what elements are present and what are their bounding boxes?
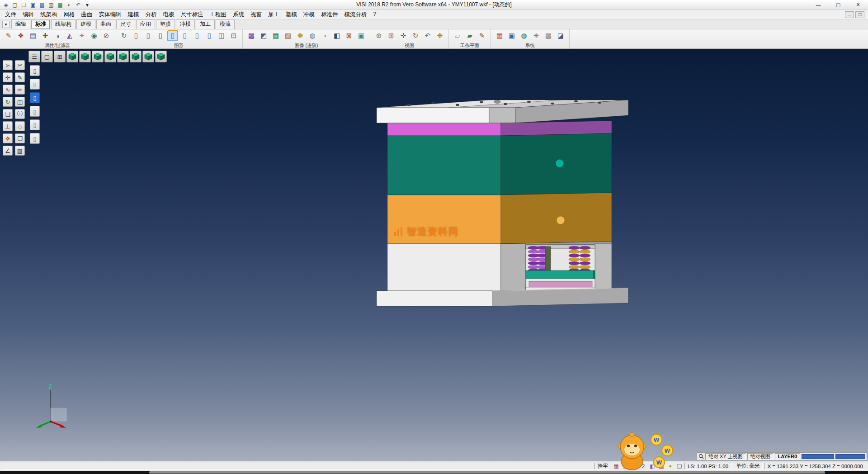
multi-view-icon[interactable]: ⊞ [54, 51, 66, 62]
blank-view-icon[interactable]: ▢ [41, 51, 53, 62]
transparency-icon[interactable]: ◔ [319, 30, 330, 41]
menu-item[interactable]: 实体编辑 [96, 10, 125, 19]
view-nw-iso-icon[interactable] [104, 51, 116, 62]
ribbon-tab[interactable]: 模流 [216, 19, 235, 29]
textures-icon[interactable]: ▨ [283, 30, 293, 41]
show-dims-icon[interactable]: ▯ [30, 119, 40, 130]
active-layer-label[interactable]: LAYER0 [775, 453, 800, 460]
rotate-tool-icon[interactable]: ↻ [3, 97, 13, 107]
child-restore-button[interactable]: ❐ [855, 11, 864, 18]
redraw-icon[interactable]: ↻ [118, 30, 129, 41]
ribbon-tab[interactable]: 尺寸 [116, 19, 135, 29]
undo-icon[interactable]: ↶ [74, 1, 82, 9]
curve-tools-icon[interactable]: ∿ [3, 85, 13, 95]
child-minimize-button[interactable]: — [845, 11, 854, 18]
perspective-icon[interactable]: ◪ [555, 30, 566, 41]
ribbon-tab[interactable]: 冲模 [176, 19, 195, 29]
shaded-display-icon[interactable]: ▯ [167, 30, 178, 41]
element-filter-icon[interactable]: ✚ [40, 30, 51, 41]
new-file-icon[interactable]: ▢ [11, 1, 19, 9]
snap-toggle[interactable]: 拴牢 [594, 463, 611, 469]
highlight-filter-icon[interactable]: ✦ [76, 30, 87, 41]
dashed-hidden-display-icon[interactable]: ▯ [155, 30, 166, 41]
globe-icon[interactable]: ◍ [519, 30, 529, 41]
minimize-button[interactable]: — [808, 0, 828, 9]
print-icon[interactable]: ▥ [47, 1, 55, 9]
view-top-icon[interactable] [117, 51, 129, 62]
transparent-display-icon[interactable]: ▯ [192, 30, 203, 41]
attributes-icon[interactable]: ✎ [3, 30, 14, 41]
display-options-icon[interactable]: ⊡ [228, 30, 239, 41]
menu-item[interactable]: ? [370, 10, 380, 19]
absolute-view-label[interactable]: 绝对视图 [747, 453, 774, 460]
ribbon-tab[interactable]: 标准 [31, 19, 50, 29]
quick-access-dropdown-icon[interactable]: ▾ [83, 1, 91, 9]
axis-tool-icon[interactable]: ⊥ [3, 121, 13, 131]
ribbon-tab[interactable]: 加工 [196, 19, 215, 29]
animation-icon[interactable]: ▣ [356, 30, 367, 41]
view-se-iso-icon[interactable] [79, 51, 91, 62]
grid-settings-icon[interactable]: ▩ [543, 30, 554, 41]
background-icon[interactable]: ◧ [331, 30, 342, 41]
palette-tool-icon[interactable]: ❖ [3, 133, 13, 143]
workplane-create-icon[interactable]: ▰ [464, 30, 475, 41]
menu-item[interactable]: 编辑 [19, 10, 37, 19]
menu-item[interactable]: 加工 [265, 10, 283, 19]
menu-item[interactable]: 视窗 [247, 10, 265, 19]
hatch-icon[interactable]: ▨ [15, 146, 25, 156]
save-all-icon[interactable]: ▤ [38, 1, 46, 9]
menu-item[interactable]: 工程图 [207, 10, 230, 19]
clipboard-tool-icon[interactable]: ❐ [15, 133, 25, 143]
rotate-view-icon[interactable]: ↻ [410, 30, 421, 41]
view-front-icon[interactable] [130, 51, 142, 62]
measure-icon[interactable]: ∠ [3, 146, 13, 156]
tab-dropdown-icon[interactable]: ▾ [2, 21, 9, 28]
menu-item[interactable]: 建模 [125, 10, 142, 19]
view-right-icon[interactable] [142, 51, 154, 62]
open-file-icon[interactable]: ❒ [20, 1, 28, 9]
lighting-icon[interactable]: ✺ [295, 30, 306, 41]
show-solids-icon[interactable]: ▯ [30, 65, 40, 76]
section-display-icon[interactable]: ◫ [216, 30, 227, 41]
materials-icon[interactable]: ▦ [270, 30, 281, 41]
zoom-icon[interactable] [698, 454, 704, 459]
menu-item[interactable]: 系统 [230, 10, 247, 19]
menu-item[interactable]: 线架构 [37, 10, 61, 19]
menu-item[interactable]: 塑模 [283, 10, 300, 19]
menu-item[interactable]: 电极 [160, 10, 178, 19]
ribbon-tab[interactable]: 编辑 [11, 19, 30, 29]
shaded-edges-display-icon[interactable]: ▯ [179, 30, 190, 41]
workplane-edit-icon[interactable]: ✎ [476, 30, 487, 41]
menu-item[interactable]: 曲面 [78, 10, 96, 19]
zoom-all-icon[interactable]: ⊕ [373, 30, 384, 41]
menu-item[interactable]: 标准件 [318, 10, 341, 19]
view-ne-iso-icon[interactable] [92, 51, 104, 62]
snowflake-icon[interactable]: ✳ [531, 30, 542, 41]
reset-filter-icon[interactable]: ⊘ [101, 30, 112, 41]
selection-icon[interactable]: ➢ [3, 60, 13, 70]
color-palette-icon[interactable]: ▦ [494, 30, 505, 41]
ribbon-tab[interactable]: 建模 [76, 19, 95, 29]
ribbon-tab[interactable]: 塑膜 [156, 19, 175, 29]
edit-geometry-icon[interactable]: ✎ [15, 72, 25, 82]
group-tool-icon[interactable]: ❏ [3, 109, 13, 119]
mirror-tool-icon[interactable]: ◫ [15, 97, 25, 107]
annotate-tool-icon[interactable]: ⓘ [15, 109, 25, 119]
draft-display-icon[interactable]: ▯ [204, 30, 215, 41]
dynamic-rotate-icon[interactable]: ✥ [434, 30, 445, 41]
shadows-icon[interactable]: ◩ [258, 30, 269, 41]
wireframe-display-icon[interactable]: ▯ [131, 30, 142, 41]
display-settings-icon[interactable]: ▣ [506, 30, 517, 41]
selection-filter-icon[interactable]: ◑ [52, 30, 63, 41]
color-filter-icon[interactable]: ❖ [15, 30, 26, 41]
viewport-3d[interactable]: ☰ ▢ ⊞ ➢✂✛✎∿✏↻◫❏ⓘ⊥◇❖❐∠▨ ▯▯▯▯▯▯ 智造资料网 Z [0, 49, 868, 461]
previous-view-icon[interactable]: ↶ [422, 30, 433, 41]
snapshot-icon[interactable]: ⊠ [344, 30, 354, 41]
ribbon-tab[interactable]: 线架构 [51, 19, 75, 29]
reflection-icon[interactable]: ◍ [307, 30, 318, 41]
render-settings-icon[interactable]: ▩ [246, 30, 257, 41]
modify-icon[interactable]: ✏ [15, 85, 25, 95]
zoom-window-icon[interactable]: ⊞ [386, 30, 396, 41]
save-icon[interactable]: ▣ [29, 1, 37, 9]
visi-logo-icon[interactable]: ◈ [2, 1, 10, 9]
